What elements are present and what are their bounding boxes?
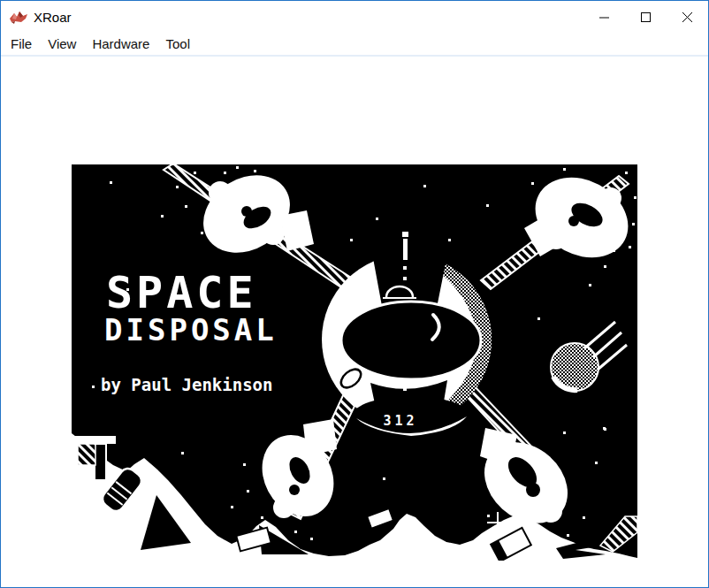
minimize-icon — [597, 10, 612, 25]
menu-hardware[interactable]: Hardware — [84, 34, 157, 54]
maximize-icon — [638, 10, 653, 25]
xroar-window: XRoar File View Hardware — [0, 0, 709, 588]
author-credit: by Paul Jenkinson — [101, 375, 272, 394]
dragon-icon — [9, 10, 28, 25]
game-title: SPACE DISPOSAL by Paul Jenkinson — [101, 267, 278, 394]
game-screen-art: 312 — [72, 164, 637, 561]
close-button[interactable] — [667, 1, 708, 33]
ship-cockpit — [341, 302, 481, 379]
ship-antenna — [403, 239, 408, 260]
game-title-line2: DISPOSAL — [104, 312, 278, 347]
ship-number: 312 — [383, 413, 417, 429]
window-title: XRoar — [34, 10, 72, 25]
emulator-client-area: 312 — [1, 57, 708, 585]
minimize-button[interactable] — [583, 1, 625, 33]
menu-tool[interactable]: Tool — [157, 34, 198, 54]
close-icon — [680, 10, 695, 25]
menu-bar: File View Hardware Tool — [1, 33, 708, 57]
window-controls — [583, 1, 708, 33]
title-bar[interactable]: XRoar — [1, 1, 708, 33]
game-display[interactable]: 312 — [72, 164, 637, 561]
game-title-line1: SPACE — [106, 267, 257, 318]
menu-view[interactable]: View — [40, 34, 84, 54]
menu-file[interactable]: File — [3, 34, 40, 54]
maximize-button[interactable] — [625, 1, 667, 33]
